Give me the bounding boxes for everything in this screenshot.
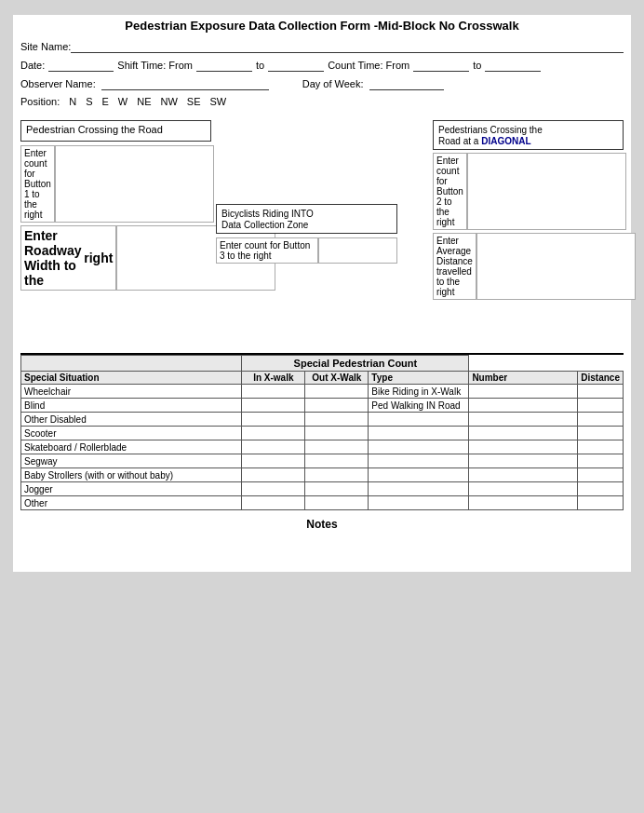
ped-distance-input[interactable]: [581, 470, 620, 481]
ped-distance[interactable]: [578, 482, 624, 496]
ped-distance-input[interactable]: [581, 484, 620, 495]
ped-number-input[interactable]: [472, 386, 574, 397]
ped-number[interactable]: [469, 385, 578, 399]
shift-to-input[interactable]: [268, 59, 324, 72]
sit-in-xwalk[interactable]: [242, 468, 305, 482]
sit-in-xwalk-input[interactable]: [245, 400, 302, 411]
sit-in-xwalk[interactable]: [242, 413, 305, 427]
site-name-label: Site Name:: [20, 41, 71, 52]
ped-number[interactable]: [469, 427, 578, 440]
observer-label: Observer Name:: [20, 78, 96, 89]
count-from-input[interactable]: [413, 59, 469, 72]
sit-in-xwalk-input[interactable]: [245, 442, 302, 453]
ped-number[interactable]: [469, 468, 578, 482]
sit-out-xwalk-input[interactable]: [308, 470, 365, 481]
date-input[interactable]: [48, 59, 114, 72]
site-name-input[interactable]: [71, 40, 624, 53]
sit-out-xwalk-input[interactable]: [308, 400, 365, 411]
sit-out-xwalk[interactable]: [305, 399, 369, 413]
sit-in-xwalk-input[interactable]: [245, 386, 302, 397]
count-to-label: to: [473, 60, 481, 71]
ped-number-input[interactable]: [472, 414, 574, 425]
sit-row-label: Wheelchair: [21, 385, 242, 399]
ped-distance-input[interactable]: [581, 400, 620, 411]
ped-distance-input[interactable]: [581, 428, 620, 439]
observer-input[interactable]: [101, 77, 269, 90]
sit-out-xwalk[interactable]: [305, 413, 369, 427]
ped-distance[interactable]: [578, 427, 624, 440]
ped-number-input[interactable]: [472, 484, 574, 495]
ped-number[interactable]: [469, 440, 578, 454]
ped-number-input[interactable]: [472, 456, 574, 467]
ped-distance[interactable]: [578, 413, 624, 427]
ped-number-input[interactable]: [472, 498, 574, 508]
pos-NW[interactable]: NW: [161, 96, 178, 107]
sit-in-xwalk-input[interactable]: [245, 498, 302, 508]
sit-in-xwalk[interactable]: [242, 440, 305, 454]
pos-S[interactable]: S: [86, 96, 92, 107]
sit-in-xwalk[interactable]: [242, 399, 305, 413]
sit-out-xwalk-input[interactable]: [308, 428, 365, 439]
pos-SW[interactable]: SW: [210, 96, 227, 107]
ped-number-input[interactable]: [472, 442, 574, 453]
sit-in-xwalk-input[interactable]: [245, 428, 302, 439]
ped-number[interactable]: [469, 496, 578, 510]
sit-out-xwalk-input[interactable]: [308, 484, 365, 495]
ped-number[interactable]: [469, 413, 578, 427]
sit-out-xwalk[interactable]: [305, 468, 369, 482]
shift-from-input[interactable]: [196, 59, 252, 72]
ped-distance[interactable]: [578, 496, 624, 510]
ped-number-input[interactable]: [472, 428, 574, 439]
sit-out-xwalk[interactable]: [305, 440, 369, 454]
ped-distance[interactable]: [578, 468, 624, 482]
ped-number-input[interactable]: [472, 400, 574, 411]
sit-in-xwalk-input[interactable]: [245, 470, 302, 481]
btn2-input[interactable]: [467, 153, 626, 230]
sit-out-xwalk-input[interactable]: [308, 442, 365, 453]
sit-in-xwalk[interactable]: [242, 385, 305, 399]
sit-in-xwalk[interactable]: [242, 482, 305, 496]
sit-out-xwalk[interactable]: [305, 454, 369, 468]
sit-in-xwalk-input[interactable]: [245, 484, 302, 495]
sit-out-xwalk[interactable]: [305, 385, 369, 399]
btn2-label: Enter count for Button 2 to the right: [433, 153, 467, 230]
ped-distance-input[interactable]: [581, 498, 620, 508]
btn1-input[interactable]: [55, 145, 214, 223]
sit-out-xwalk[interactable]: [305, 427, 369, 440]
ped-distance[interactable]: [578, 399, 624, 413]
sit-in-xwalk[interactable]: [242, 454, 305, 468]
sit-out-xwalk-input[interactable]: [308, 386, 365, 397]
ped-distance-input[interactable]: [581, 442, 620, 453]
ped-number-input[interactable]: [472, 470, 574, 481]
count-to-input[interactable]: [485, 59, 541, 72]
ped-distance-input[interactable]: [581, 414, 620, 425]
sit-out-xwalk-input[interactable]: [308, 414, 365, 425]
ped-number[interactable]: [469, 454, 578, 468]
position-label: Position:: [20, 96, 60, 107]
sit-out-xwalk-input[interactable]: [308, 498, 365, 508]
sit-in-xwalk[interactable]: [242, 427, 305, 440]
day-of-week-input[interactable]: [369, 77, 444, 90]
btn3-input[interactable]: [318, 237, 397, 264]
pos-NE[interactable]: NE: [137, 96, 151, 107]
ped-distance[interactable]: [578, 385, 624, 399]
pos-SE[interactable]: SE: [187, 96, 201, 107]
ped-number[interactable]: [469, 482, 578, 496]
ped-distance[interactable]: [578, 440, 624, 454]
avg-distance-input[interactable]: [476, 233, 636, 300]
pos-N[interactable]: N: [69, 96, 76, 107]
sit-in-xwalk-input[interactable]: [245, 414, 302, 425]
sit-in-xwalk[interactable]: [242, 496, 305, 510]
ped-type: Ped Walking IN Road: [369, 399, 469, 413]
sit-in-xwalk-input[interactable]: [245, 456, 302, 467]
ped-distance-input[interactable]: [581, 386, 620, 397]
ped-number[interactable]: [469, 399, 578, 413]
sit-out-xwalk[interactable]: [305, 496, 369, 510]
pos-E[interactable]: E: [102, 96, 109, 107]
sit-out-xwalk[interactable]: [305, 482, 369, 496]
ped-distance[interactable]: [578, 454, 624, 468]
ped-distance-input[interactable]: [581, 456, 620, 467]
ped-type: [369, 496, 469, 510]
sit-out-xwalk-input[interactable]: [308, 456, 365, 467]
pos-W[interactable]: W: [118, 96, 127, 107]
